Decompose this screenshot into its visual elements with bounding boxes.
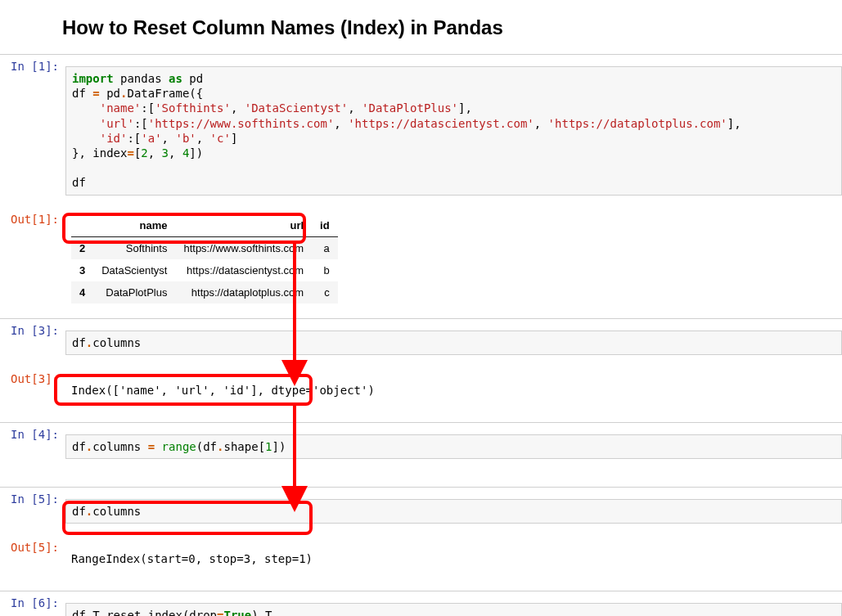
code-input-1[interactable]: import pandas as pd df = pd.DataFrame({ …	[65, 66, 842, 196]
table-row: 4DataPlotPlushttps://dataplotplus.comc	[71, 281, 338, 304]
prompt-out-5: Out[5]:	[0, 536, 65, 559]
cell-in-6: In [6]: df.T.reset_index(drop=True).T	[0, 591, 842, 616]
table-row: 3DataScientysthttps://datascientyst.comb	[71, 259, 338, 281]
table-cell: b	[312, 259, 338, 281]
table-header-cell: url	[175, 214, 312, 237]
cell-out-1: Out[1]: nameurlid2Softhintshttps://www.s…	[0, 207, 842, 317]
prompt-in-4: In [4]:	[0, 423, 65, 446]
row-index: 2	[71, 236, 93, 259]
code-input-4[interactable]: df.columns = range(df.shape[1])	[65, 434, 842, 459]
output-text-5: RangeIndex(start=0, stop=3, step=1)	[65, 547, 842, 578]
cell-in-4: In [4]: df.columns = range(df.shape[1])	[0, 422, 842, 470]
table-header-cell: id	[312, 214, 338, 237]
table-header-cell	[71, 214, 93, 237]
prompt-in-1: In [1]:	[0, 55, 65, 78]
code-input-5[interactable]: df.columns	[65, 499, 842, 524]
page-title: How to Reset Column Names (Index) in Pan…	[62, 16, 842, 39]
table-cell: https://datascientyst.com	[175, 259, 312, 281]
code-input-3[interactable]: df.columns	[65, 330, 842, 355]
row-index: 3	[71, 259, 93, 281]
table-cell: c	[312, 281, 338, 304]
prompt-in-3: In [3]:	[0, 319, 65, 342]
table-cell: DataPlotPlus	[93, 281, 175, 304]
table-cell: https://dataplotplus.com	[175, 281, 312, 304]
prompt-out-1: Out[1]:	[0, 208, 65, 231]
code-input-6[interactable]: df.T.reset_index(drop=True).T	[65, 603, 842, 616]
cell-in-1: In [1]: import pandas as pd df = pd.Data…	[0, 54, 842, 207]
table-cell: a	[312, 236, 338, 259]
output-table-1: nameurlid2Softhintshttps://www.softhints…	[65, 208, 842, 317]
cell-in-5: In [5]: df.columns	[0, 487, 842, 535]
prompt-in-6: In [6]:	[0, 591, 65, 614]
prompt-out-3: Out[3]:	[0, 367, 65, 390]
cell-out-5: Out[5]: RangeIndex(start=0, stop=3, step…	[0, 535, 842, 589]
cell-out-3: Out[3]: Index(['name', 'url', 'id'], dty…	[0, 366, 842, 420]
table-cell: https://www.softhints.com	[175, 236, 312, 259]
row-index: 4	[71, 281, 93, 304]
table-cell: Softhints	[93, 236, 175, 259]
table-header-cell: name	[93, 214, 175, 237]
cell-in-3: In [3]: df.columns	[0, 318, 842, 366]
table-row: 2Softhintshttps://www.softhints.coma	[71, 236, 338, 259]
table-cell: DataScientyst	[93, 259, 175, 281]
prompt-in-5: In [5]:	[0, 488, 65, 510]
output-text-3: Index(['name', 'url', 'id'], dtype='obje…	[65, 379, 842, 409]
